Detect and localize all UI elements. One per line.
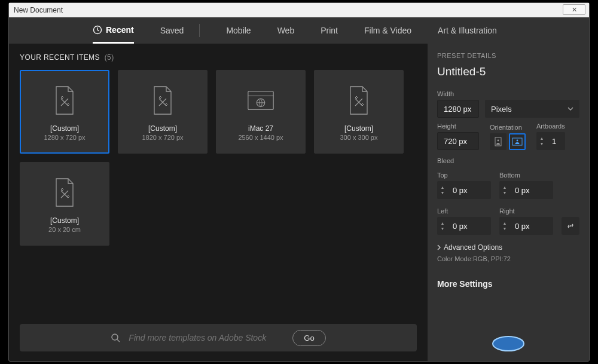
stock-search-bar: Go bbox=[20, 324, 417, 351]
window-close-button[interactable]: ✕ bbox=[563, 4, 585, 15]
tab-film-video[interactable]: Film & Video bbox=[364, 17, 411, 44]
preset-custom-icon bbox=[50, 175, 80, 210]
preset-custom-icon bbox=[344, 82, 374, 118]
stepper-arrows-icon: ▲▼ bbox=[499, 184, 510, 196]
orientation-landscape-button[interactable] bbox=[509, 133, 526, 150]
units-value: Pixels bbox=[491, 105, 512, 114]
height-input[interactable]: 720 px bbox=[437, 132, 479, 150]
advanced-options-toggle[interactable]: Advanced Options bbox=[437, 243, 579, 252]
document-name[interactable]: Untitled-5 bbox=[437, 65, 579, 78]
preset-card-dimensions: 300 x 300 px bbox=[340, 134, 378, 141]
artboards-stepper[interactable]: ▲▼ 1 bbox=[536, 132, 565, 150]
portrait-icon bbox=[495, 137, 502, 146]
preset-card-dimensions: 1280 x 720 px bbox=[44, 134, 85, 141]
preset-card[interactable]: iMac 272560 x 1440 px bbox=[216, 70, 306, 154]
orientation-label: Orientation bbox=[490, 124, 526, 131]
landscape-icon bbox=[512, 137, 523, 146]
preset-card-dimensions: 1820 x 720 px bbox=[142, 134, 183, 141]
bleed-top-stepper[interactable]: ▲▼0 px bbox=[437, 181, 491, 199]
orientation-portrait-button[interactable] bbox=[490, 133, 507, 150]
preset-card[interactable]: [Custom]1280 x 720 px bbox=[20, 70, 109, 154]
presets-panel: YOUR RECENT ITEMS (5) [Custom]1280 x 720… bbox=[9, 44, 428, 361]
tab-art-label: Art & Illustration bbox=[438, 26, 497, 35]
create-button-graphic bbox=[492, 335, 525, 353]
stepper-arrows-icon: ▲▼ bbox=[437, 184, 448, 196]
bleed-bottom-label: Bottom bbox=[499, 172, 553, 179]
preset-custom-icon bbox=[148, 82, 178, 118]
bleed-right-stepper[interactable]: ▲▼0 px bbox=[499, 217, 553, 235]
preset-card-label: [Custom] bbox=[50, 124, 79, 133]
recent-icon bbox=[93, 25, 102, 35]
width-input[interactable]: 1280 px bbox=[437, 100, 479, 118]
category-tabs: Recent Saved Mobile Web Print Film & Vid… bbox=[9, 17, 589, 44]
bleed-top-value: 0 px bbox=[448, 186, 472, 195]
go-button[interactable]: Go bbox=[292, 330, 325, 346]
bleed-left-stepper[interactable]: ▲▼0 px bbox=[437, 217, 491, 235]
tab-art-illustration[interactable]: Art & Illustration bbox=[438, 17, 497, 44]
stepper-arrows-icon: ▲▼ bbox=[437, 220, 448, 232]
preset-card-label: [Custom] bbox=[50, 216, 79, 225]
svg-point-4 bbox=[112, 334, 118, 340]
width-label: Width bbox=[437, 90, 579, 97]
stepper-arrows-icon: ▲▼ bbox=[536, 135, 547, 147]
link-icon bbox=[566, 222, 575, 230]
svg-point-7 bbox=[498, 140, 499, 142]
create-button[interactable] bbox=[492, 335, 525, 353]
new-document-dialog: New Document ✕ Recent Saved Mobile Web P… bbox=[8, 2, 590, 362]
tab-saved[interactable]: Saved bbox=[160, 17, 200, 44]
preset-card[interactable]: [Custom]1820 x 720 px bbox=[118, 70, 208, 154]
preset-web-icon bbox=[246, 82, 276, 118]
svg-rect-8 bbox=[512, 138, 522, 145]
preset-card[interactable]: [Custom]300 x 300 px bbox=[314, 70, 404, 154]
dialog-body: YOUR RECENT ITEMS (5) [Custom]1280 x 720… bbox=[9, 44, 589, 361]
search-icon bbox=[111, 333, 120, 342]
preset-custom-icon bbox=[50, 82, 80, 118]
link-bleed-button[interactable] bbox=[562, 217, 579, 235]
bleed-top-label: Top bbox=[437, 172, 491, 179]
tab-film-label: Film & Video bbox=[364, 26, 411, 35]
recent-heading: YOUR RECENT ITEMS (5) bbox=[20, 53, 417, 62]
recent-count: (5) bbox=[105, 53, 114, 62]
chevron-down-icon bbox=[568, 107, 573, 111]
stepper-arrows-icon: ▲▼ bbox=[499, 220, 510, 232]
bleed-bottom-stepper[interactable]: ▲▼0 px bbox=[499, 181, 553, 199]
tab-saved-label: Saved bbox=[160, 26, 184, 35]
units-select[interactable]: Pixels bbox=[485, 100, 579, 118]
advanced-options-label: Advanced Options bbox=[444, 243, 502, 252]
preset-card-dimensions: 2560 x 1440 px bbox=[238, 134, 283, 141]
bleed-left-label: Left bbox=[437, 207, 491, 215]
bleed-right-label: Right bbox=[499, 207, 553, 215]
tab-print-label: Print bbox=[321, 26, 338, 35]
preset-card-label: [Custom] bbox=[148, 124, 177, 133]
tab-mobile-label: Mobile bbox=[226, 26, 251, 35]
orientation-group bbox=[490, 133, 526, 150]
artboards-label: Artboards bbox=[536, 123, 565, 130]
preset-details-heading: PRESET DETAILS bbox=[437, 52, 579, 59]
more-settings-link[interactable]: More Settings bbox=[437, 279, 579, 289]
svg-point-9 bbox=[517, 140, 518, 142]
bleed-bottom-value: 0 px bbox=[510, 186, 535, 195]
titlebar: New Document ✕ bbox=[9, 3, 589, 17]
tab-web-label: Web bbox=[277, 26, 295, 35]
artboards-value: 1 bbox=[547, 137, 561, 146]
bleed-label: Bleed bbox=[437, 157, 579, 164]
preset-card-label: iMac 27 bbox=[248, 124, 273, 133]
tab-recent[interactable]: Recent bbox=[93, 17, 134, 44]
preset-grid: [Custom]1280 x 720 px[Custom]1820 x 720 … bbox=[20, 70, 417, 246]
tab-separator bbox=[199, 24, 200, 37]
close-icon: ✕ bbox=[572, 6, 577, 14]
preset-card-dimensions: 20 x 20 cm bbox=[48, 226, 81, 233]
stock-search-input[interactable] bbox=[129, 333, 284, 342]
color-mode-summary: Color Mode:RGB, PPI:72 bbox=[437, 255, 579, 262]
preset-card-label: [Custom] bbox=[344, 124, 373, 133]
chevron-right-icon bbox=[437, 244, 441, 250]
height-label: Height bbox=[437, 123, 479, 130]
recent-heading-text: YOUR RECENT ITEMS bbox=[20, 53, 100, 62]
svg-line-5 bbox=[117, 339, 120, 342]
tab-mobile[interactable]: Mobile bbox=[226, 17, 251, 44]
tab-print[interactable]: Print bbox=[321, 17, 338, 44]
tab-web[interactable]: Web bbox=[277, 17, 295, 44]
preset-details-panel: PRESET DETAILS Untitled-5 Width 1280 px … bbox=[428, 44, 589, 361]
window-title: New Document bbox=[14, 6, 63, 14]
preset-card[interactable]: [Custom]20 x 20 cm bbox=[20, 162, 109, 246]
